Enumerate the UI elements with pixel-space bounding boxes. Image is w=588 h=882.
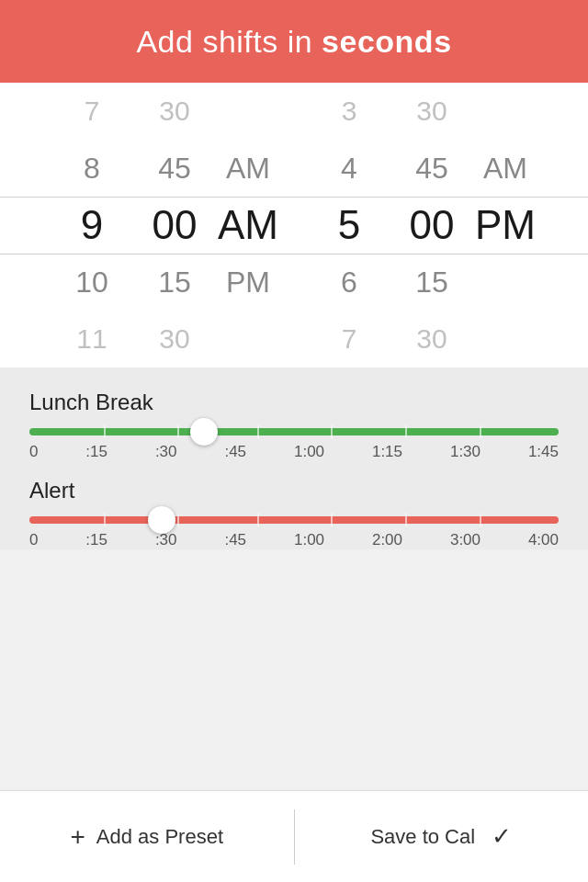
controls-section: Lunch Break 0 :15 :30 :45 1:00 1:15 1:30…: [0, 368, 588, 549]
end-ampm-empty3[interactable]: [473, 311, 537, 368]
start-hour-9-selected[interactable]: 9: [51, 197, 133, 254]
al-label-45: :45: [224, 531, 246, 549]
start-min-30b[interactable]: 30: [133, 311, 216, 368]
time-picker[interactable]: 7 8 9 10 11 30 45 00 15 30 AM AM PM 3 4 …: [0, 83, 588, 368]
app-header: Add shifts in seconds: [0, 0, 588, 83]
end-ampm-empty2[interactable]: [473, 254, 537, 311]
lb-label-100: 1:00: [294, 443, 324, 461]
start-min-15[interactable]: 15: [133, 254, 216, 311]
save-to-cal-button[interactable]: Save to Cal ✓: [295, 822, 589, 851]
checkmark-icon: ✓: [492, 822, 512, 851]
alert-track[interactable]: [29, 516, 559, 524]
start-hour-7[interactable]: 7: [51, 83, 133, 140]
start-ampm-pm-near[interactable]: PM: [216, 254, 280, 311]
header-title-bold: seconds: [322, 24, 451, 59]
plus-icon: +: [70, 822, 85, 852]
start-hour-11[interactable]: 11: [51, 311, 133, 368]
lunch-break-labels: 0 :15 :30 :45 1:00 1:15 1:30 1:45: [29, 443, 559, 461]
alert-section: Alert 0 :15 :30 :45 1:00 2:00 3:00 4:00: [29, 478, 559, 549]
end-hour-6[interactable]: 6: [308, 254, 390, 311]
lunch-break-slider-container[interactable]: [29, 428, 559, 435]
start-min-45[interactable]: 45: [133, 140, 216, 197]
end-min-30a[interactable]: 30: [390, 83, 473, 140]
al-label-300: 3:00: [450, 531, 481, 549]
start-min-00-selected[interactable]: 00: [133, 197, 216, 254]
al-label-100: 1:00: [294, 531, 324, 549]
al-label-200: 2:00: [372, 531, 402, 549]
start-min-30a[interactable]: 30: [133, 83, 216, 140]
time-picker-columns: 7 8 9 10 11 30 45 00 15 30 AM AM PM 3 4 …: [51, 83, 537, 368]
start-ampm-empty1[interactable]: [216, 83, 280, 140]
end-ampm-pm-selected[interactable]: PM: [473, 197, 537, 254]
lb-label-115: 1:15: [372, 443, 402, 461]
footer: + Add as Preset Save to Cal ✓: [0, 790, 588, 882]
start-hour-8[interactable]: 8: [51, 140, 133, 197]
start-ampm-am-selected[interactable]: AM: [216, 197, 280, 254]
start-ampm-am-near[interactable]: AM: [216, 140, 280, 197]
end-min-45[interactable]: 45: [390, 140, 473, 197]
add-preset-label: Add as Preset: [96, 825, 223, 849]
start-ampm-column[interactable]: AM AM PM: [216, 83, 280, 368]
start-ampm-empty2[interactable]: [216, 311, 280, 368]
alert-labels: 0 :15 :30 :45 1:00 2:00 3:00 4:00: [29, 531, 559, 549]
end-hour-7[interactable]: 7: [308, 311, 390, 368]
start-minute-column[interactable]: 30 45 00 15 30: [133, 83, 216, 368]
start-hour-column[interactable]: 7 8 9 10 11: [51, 83, 133, 368]
lunch-break-label: Lunch Break: [29, 390, 559, 415]
al-label-30: :30: [155, 531, 177, 549]
end-hour-5-selected[interactable]: 5: [308, 197, 390, 254]
lb-label-15: :15: [85, 443, 107, 461]
lunch-break-thumb[interactable]: [190, 418, 218, 446]
end-min-30b[interactable]: 30: [390, 311, 473, 368]
end-hour-column[interactable]: 3 4 5 6 7: [308, 83, 390, 368]
header-title-normal: Add shifts in: [136, 24, 322, 59]
alert-slider-container[interactable]: [29, 516, 559, 524]
al-label-400: 4:00: [528, 531, 559, 549]
end-ampm-am-near[interactable]: AM: [473, 140, 537, 197]
lunch-break-section: Lunch Break 0 :15 :30 :45 1:00 1:15 1:30…: [29, 390, 559, 461]
end-hour-4[interactable]: 4: [308, 140, 390, 197]
al-label-0: 0: [29, 531, 38, 549]
save-cal-label: Save to Cal: [370, 825, 475, 849]
lb-label-45: :45: [224, 443, 246, 461]
header-title: Add shifts in seconds: [136, 24, 451, 60]
lb-label-30: :30: [155, 443, 177, 461]
end-ampm-column[interactable]: AM PM: [473, 83, 537, 368]
end-minute-column[interactable]: 30 45 00 15 30: [390, 83, 473, 368]
lb-label-145: 1:45: [528, 443, 559, 461]
add-preset-button[interactable]: + Add as Preset: [0, 822, 294, 852]
start-hour-10[interactable]: 10: [51, 254, 133, 311]
lb-label-0: 0: [29, 443, 38, 461]
al-label-15: :15: [85, 531, 107, 549]
lb-label-130: 1:30: [450, 443, 481, 461]
lunch-break-track[interactable]: [29, 428, 559, 435]
end-hour-3[interactable]: 3: [308, 83, 390, 140]
column-divider: [280, 83, 308, 368]
alert-label: Alert: [29, 478, 559, 503]
end-ampm-empty1[interactable]: [473, 83, 537, 140]
end-min-15[interactable]: 15: [390, 254, 473, 311]
alert-thumb[interactable]: [148, 506, 175, 534]
end-min-00-selected[interactable]: 00: [390, 197, 473, 254]
